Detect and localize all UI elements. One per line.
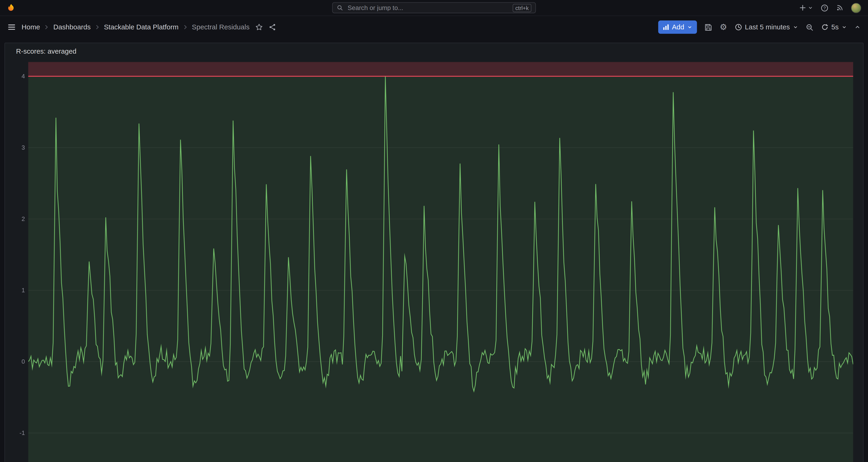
dashboard-grid: R-scores: averaged signal R-scores r1_sc… — [0, 38, 868, 462]
plus-icon — [799, 4, 806, 12]
clock-icon — [735, 23, 742, 31]
chevron-down-icon — [841, 24, 847, 30]
zoom-out-icon — [805, 23, 814, 31]
breadcrumb-item[interactable]: Stackable Data Platform — [104, 23, 179, 31]
chevron-right-icon — [94, 24, 100, 30]
chevron-down-icon — [793, 24, 798, 30]
breadcrumb-item[interactable]: Dashboards — [53, 23, 91, 31]
add-panel-button[interactable]: Add — [658, 21, 697, 34]
save-dashboard-button[interactable] — [704, 23, 712, 31]
top-nav-bar: ctrl+k ? — [0, 0, 868, 16]
star-icon — [255, 23, 263, 31]
new-menu-button[interactable] — [799, 4, 813, 12]
hamburger-icon — [7, 23, 16, 31]
chevron-up-icon — [854, 24, 861, 30]
gear-icon: ⚙ — [720, 23, 727, 31]
chevron-down-icon — [808, 5, 813, 10]
chevron-down-icon — [687, 24, 693, 30]
panel-rscores-averaged: R-scores: averaged signal — [4, 43, 864, 462]
rscores-averaged-chart[interactable] — [9, 59, 859, 462]
user-avatar[interactable] — [851, 3, 861, 13]
search-icon — [337, 4, 343, 11]
refresh-interval-label: 5s — [831, 23, 839, 31]
save-icon — [704, 23, 712, 31]
rss-icon — [836, 4, 843, 12]
dashboard-settings-button[interactable]: ⚙ — [720, 23, 727, 31]
svg-text:?: ? — [823, 5, 826, 10]
refresh-picker[interactable]: 5s — [821, 23, 847, 31]
breadcrumb: HomeDashboardsStackable Data PlatformSpe… — [22, 23, 250, 31]
help-button[interactable]: ? — [820, 3, 829, 12]
news-button[interactable] — [836, 4, 843, 12]
mega-menu-toggle[interactable] — [7, 23, 16, 31]
time-range-picker[interactable]: Last 5 minutes — [735, 23, 798, 31]
breadcrumb-item[interactable]: Home — [22, 23, 40, 31]
time-range-label: Last 5 minutes — [745, 23, 790, 31]
grafana-logo-icon[interactable] — [6, 3, 16, 12]
add-panel-icon — [662, 24, 669, 30]
breadcrumb-item[interactable]: Spectral Residuals — [192, 23, 249, 31]
favorite-button[interactable] — [255, 23, 263, 31]
refresh-icon — [821, 23, 829, 31]
add-button-label: Add — [672, 23, 684, 31]
panel-title[interactable]: R-scores: averaged — [9, 46, 859, 59]
chevron-right-icon — [43, 24, 50, 30]
share-button[interactable] — [268, 23, 276, 31]
search-bar[interactable]: ctrl+k — [332, 2, 536, 13]
search-shortcut-kbd: ctrl+k — [513, 3, 531, 12]
share-icon — [268, 23, 276, 31]
collapse-toolbar-button[interactable] — [854, 24, 861, 30]
search-input[interactable] — [346, 4, 509, 12]
grafana-app: ctrl+k ? — [0, 0, 868, 462]
question-circle-icon: ? — [820, 3, 829, 12]
chevron-right-icon — [182, 24, 188, 30]
dashboard-toolbar: HomeDashboardsStackable Data PlatformSpe… — [0, 16, 868, 38]
zoom-out-time-button[interactable] — [805, 23, 814, 31]
